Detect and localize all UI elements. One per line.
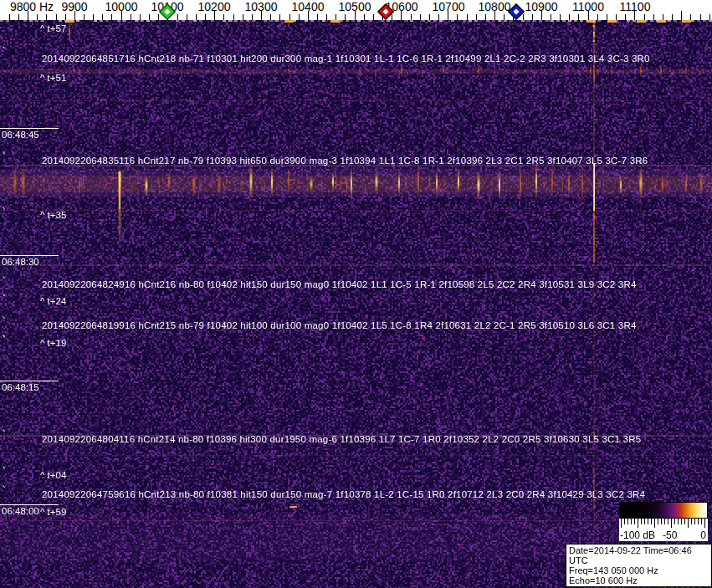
info-freq-line: Freq=143 050 000 Hz (569, 565, 711, 575)
frequency-minor-tick (140, 14, 141, 20)
db-major-ticks (621, 519, 706, 528)
frequency-tick-label: 11000 (572, 0, 604, 13)
frequency-minor-tick (690, 14, 691, 20)
frequency-minor-tick (196, 14, 197, 20)
frequency-minor-tick (420, 14, 421, 20)
frequency-minor-tick (653, 14, 654, 20)
frequency-minor-tick (411, 14, 412, 20)
frequency-minor-tick (18, 14, 19, 20)
frequency-minor-tick (131, 14, 131, 20)
frequency-minor-tick (111, 14, 112, 20)
frequency-minor-tick (102, 14, 103, 20)
frequency-minor-tick (65, 14, 66, 20)
info-date-line: Date=2014-09-22 Time=06:46 UTC (569, 545, 711, 565)
frequency-minor-tick (326, 14, 327, 20)
frequency-minor-tick (672, 14, 673, 20)
frequency-minor-tick (177, 14, 178, 20)
frequency-minor-tick (270, 14, 271, 20)
frequency-tick-label: 10700 (433, 0, 465, 13)
frequency-minor-tick (233, 14, 234, 20)
frequency-minor-tick (336, 14, 336, 20)
frequency-minor-tick (504, 14, 505, 20)
frequency-minor-tick (709, 14, 710, 20)
frequency-minor-tick (700, 14, 701, 20)
info-echo-line: Echo=10 600 Hz (569, 575, 711, 585)
frequency-minor-tick (345, 14, 346, 20)
info-box: Date=2014-09-22 Time=06:46 UTC Freq=143 … (566, 544, 712, 587)
frequency-minor-tick (205, 14, 206, 20)
db-min-label: -100 dB (620, 529, 655, 541)
frequency-minor-tick (46, 14, 47, 20)
frequency-minor-tick (299, 14, 300, 20)
frequency-minor-tick (625, 14, 626, 20)
db-scale-labels: -100 dB -50 0 (619, 529, 708, 541)
db-max-label: 0 (700, 529, 706, 541)
db-gradient-bar (619, 502, 708, 519)
frequency-minor-tick (578, 14, 579, 20)
db-color-scale-legend: -100 dB -50 0 (619, 502, 708, 541)
frequency-minor-tick (485, 14, 486, 20)
frequency-tick-label: 9800 Hz (10, 0, 54, 13)
frequency-tick-label: 11100 (620, 0, 651, 13)
frequency-minor-tick (84, 14, 85, 20)
frequency-minor-tick (279, 14, 280, 20)
frequency-minor-tick (9, 14, 10, 20)
frequency-minor-tick (560, 14, 561, 20)
frequency-marker-blue-diamond-icon[interactable] (508, 3, 525, 20)
frequency-minor-tick (56, 14, 57, 20)
frequency-marker-red-diamond-icon[interactable] (377, 3, 394, 20)
frequency-minor-tick (532, 14, 533, 20)
frequency-minor-tick (467, 14, 468, 20)
frequency-tick-label: 10300 (245, 0, 278, 13)
frequency-minor-tick (149, 14, 150, 20)
frequency-minor-tick (364, 14, 365, 20)
frequency-minor-tick (223, 14, 224, 20)
frequency-minor-tick (476, 14, 477, 20)
frequency-tick-label: 10800 (479, 0, 511, 13)
frequency-minor-tick (373, 14, 374, 20)
frequency-minor-tick (252, 14, 253, 20)
frequency-minor-tick (457, 14, 458, 20)
frequency-minor-tick (551, 14, 551, 20)
frequency-tick-label: 10900 (525, 0, 558, 13)
frequency-minor-tick (597, 14, 598, 20)
frequency-minor-tick (607, 14, 607, 20)
db-scale-ticks (619, 519, 708, 529)
frequency-tick-label: 10000 (105, 0, 138, 13)
frequency-minor-tick (187, 14, 187, 20)
frequency-major-tick (681, 11, 682, 20)
frequency-minor-tick (243, 14, 243, 20)
spectrogram-waterfall (0, 20, 712, 588)
frequency-tick-label: 10500 (339, 0, 371, 13)
frequency-tick-label: 9900 (61, 0, 87, 13)
frequency-ruler: 9800 Hz990010000101001020010300104001050… (0, 0, 712, 20)
db-mid-label: -50 (663, 529, 677, 541)
frequency-marker-green-diamond-icon[interactable] (159, 3, 176, 20)
frequency-minor-tick (616, 14, 617, 20)
frequency-minor-tick (438, 14, 439, 20)
frequency-minor-tick (569, 14, 570, 20)
frequency-minor-tick (317, 14, 318, 20)
frequency-minor-tick (37, 14, 38, 20)
frequency-minor-tick (663, 14, 663, 20)
frequency-minor-tick (289, 14, 290, 20)
frequency-minor-tick (93, 14, 94, 20)
meteor-echo-monitor-window: 9800 Hz990010000101001020010300104001050… (0, 0, 712, 588)
frequency-tick-label: 10200 (198, 0, 231, 13)
frequency-minor-tick (429, 14, 430, 20)
frequency-minor-tick (644, 14, 645, 20)
frequency-tick-label: 10400 (292, 0, 325, 13)
